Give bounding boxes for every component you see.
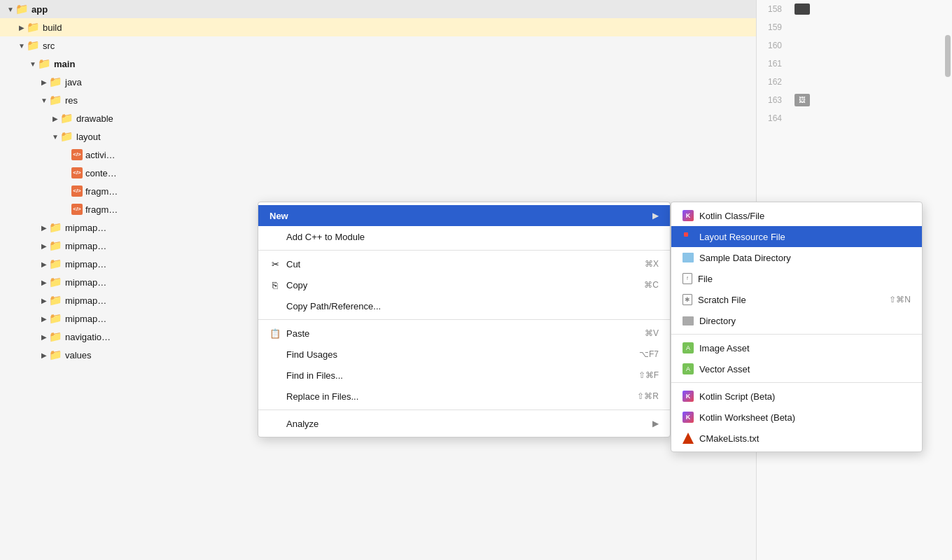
submenu-item-label: Image Asset [699,343,750,354]
shortcut-label: ⇧⌘F [638,370,659,380]
submenu-item-label: Scratch File [698,295,746,305]
line-number: 159 [762,22,790,32]
tree-item-label: values [65,350,92,360]
tree-item-label: fragm… [85,186,118,197]
submenu-item-layout-resource[interactable]: Layout Resource File [671,226,922,247]
menu-item-replace-in-files[interactable]: Replace in Files...⇧⌘R [258,386,670,407]
chevron-icon: ▶ [39,279,49,286]
submenu-item-cmake[interactable]: CMakeLists.txt [671,428,922,449]
chevron-icon: ▼ [6,6,15,13]
submenu-item-label: Vector Asset [699,364,750,374]
context-menu: New▶Add C++ to Module✂Cut⌘X⎘Copy⌘CCopy P… [258,202,671,438]
chevron-icon: ▼ [50,133,60,141]
shortcut-label: ⌥F7 [639,349,659,359]
tree-item-label: mipmap… [65,314,106,324]
submenu-item-kotlin-worksheet[interactable]: KKotlin Worksheet (Beta) [671,407,922,428]
tree-item-main[interactable]: ▼📁main [0,55,756,73]
tree-item-label: app [31,4,48,15]
folder-icon: 📁 [49,312,62,325]
menu-icon [270,418,281,429]
chevron-icon: ▶ [39,333,49,341]
menu-separator [258,319,670,320]
kotlin-icon: K [682,391,694,402]
android-icon: A [682,363,694,374]
scrollbar-thumb[interactable] [945,35,951,77]
line-row-164: 164 [757,109,952,127]
tree-item-fragm1[interactable]: </>fragm… [0,182,756,200]
tree-item-label: mipmap… [65,295,106,306]
tree-item-label: drawable [76,113,113,124]
tree-item-label: conte… [85,168,117,178]
menu-item-find-usages[interactable]: Find Usages⌥F7 [258,344,670,365]
submenu-item-kotlin-class[interactable]: KKotlin Class/File [671,205,922,226]
submenu-item-scratch-file[interactable]: ✱Scratch File⇧⌘N [671,289,922,310]
folder-icon: 📁 [49,76,62,88]
line-number: 160 [762,41,790,50]
menu-item-analyze[interactable]: Analyze▶ [258,413,670,434]
menu-item-label: Cut [286,259,300,270]
shortcut-label: ⌘X [645,259,659,269]
folder-icon: 📁 [60,130,74,143]
tree-item-activi[interactable]: </>activi… [0,146,756,164]
submenu-item-vector-asset[interactable]: AVector Asset [671,358,922,379]
submenu-item-directory[interactable]: Directory [671,310,922,331]
submenu-item-label: Layout Resource File [699,232,785,242]
submenu-separator [671,382,922,383]
menu-item-copy[interactable]: ⎘Copy⌘C [258,274,670,295]
chevron-icon: ▼ [39,97,49,104]
menu-item-label: Copy Path/Reference... [286,301,381,312]
layout-icon [682,231,694,242]
menu-icon [270,300,281,312]
tree-item-app[interactable]: ▼📁app [0,0,756,18]
folder-icon: 📁 [49,330,62,343]
folder-icon: 📁 [49,258,62,270]
menu-item-label: Copy [286,280,307,290]
submenu-label-container: KKotlin Script (Beta) [682,391,775,402]
submenu-separator [671,334,922,335]
tree-item-layout[interactable]: ▼📁layout [0,127,756,146]
folder-icon: 📁 [49,349,62,361]
menu-item-add-cpp[interactable]: Add C++ to Module [258,226,670,247]
xml-file-icon: </> [71,204,83,215]
line-number: 162 [762,77,790,87]
tree-item-build[interactable]: ▶📁build [0,18,756,36]
folder-icon: 📁 [49,276,62,288]
xml-file-icon: </> [71,167,83,178]
tree-item-label: res [65,95,78,106]
shortcut-label: ⌘V [645,328,659,338]
menu-item-cut[interactable]: ✂Cut⌘X [258,253,670,274]
copy-icon: ⎘ [270,279,281,290]
cut-icon: ✂ [270,258,281,270]
tree-item-src[interactable]: ▼📁src [0,36,756,55]
submenu-item-kotlin-script[interactable]: KKotlin Script (Beta) [671,386,922,407]
line-number: 164 [762,113,790,123]
submenu-label-container: Sample Data Directory [682,253,791,263]
xml-file-icon: </> [71,186,83,197]
menu-item-label: Add C++ to Module [286,232,365,242]
sample-icon [682,253,694,262]
menu-item-copy-path[interactable]: Copy Path/Reference... [258,295,670,316]
menu-label: Analyze [270,418,318,429]
paste-icon: 📋 [270,328,281,339]
menu-item-paste[interactable]: 📋Paste⌘V [258,323,670,344]
menu-icon [270,391,281,402]
menu-label: Find Usages [270,349,337,360]
tree-item-java[interactable]: ▶📁java [0,73,756,91]
menu-item-label: Analyze [286,419,318,429]
tree-item-conte[interactable]: </>conte… [0,164,756,182]
folder-icon: 📁 [15,3,29,15]
shortcut-label: ⌘C [644,280,659,290]
submenu-item-file[interactable]: fFile [671,268,922,289]
submenu-item-sample-data-dir[interactable]: Sample Data Directory [671,247,922,268]
menu-item-new[interactable]: New▶ [258,205,670,226]
submenu-item-image-asset[interactable]: AImage Asset [671,337,922,358]
menu-separator [258,250,670,251]
tree-item-res[interactable]: ▼📁res [0,91,756,109]
tree-item-drawable[interactable]: ▶📁drawable [0,109,756,127]
file-txt-icon: f [682,273,692,284]
menu-item-find-in-files[interactable]: Find in Files...⇧⌘F [258,365,670,386]
menu-item-label: Paste [286,328,309,339]
chevron-icon: ▶ [39,297,49,304]
xml-file-icon: </> [71,149,83,160]
android-icon: A [682,342,694,354]
